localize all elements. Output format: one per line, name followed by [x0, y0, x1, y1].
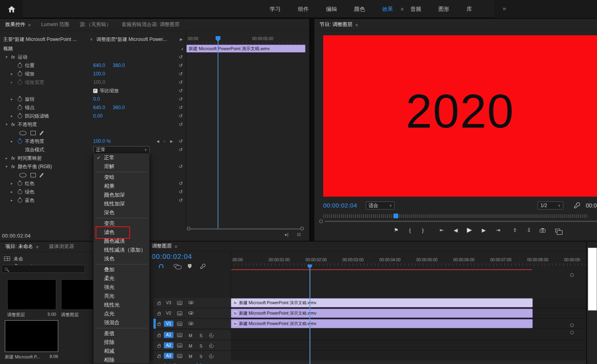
timeline-clip[interactable]: fx 新建 Microsoft PowerPoint 演示文稿.wmv: [231, 309, 533, 318]
blend-mode-option[interactable]: 排除: [94, 338, 149, 347]
blend-mode-option[interactable]: 滤色: [94, 228, 149, 237]
pen-mask-icon[interactable]: [39, 173, 43, 178]
project-search-input[interactable]: [10, 266, 82, 272]
track-name[interactable]: V3: [164, 300, 173, 306]
blend-mode-option[interactable]: 深色: [94, 208, 149, 217]
effect-label[interactable]: 时间重映射: [18, 154, 42, 163]
add-marker-button[interactable]: ⚑: [394, 227, 399, 233]
workspace-tab[interactable]: 编辑: [326, 6, 337, 13]
twirl-right-icon[interactable]: ▸: [11, 196, 13, 205]
ec-zoom-bar[interactable]: [187, 227, 304, 231]
timeline-timecode[interactable]: 00:00:02:04: [152, 253, 192, 261]
track-targeting-icon[interactable]: [177, 354, 182, 358]
workspace-tab[interactable]: 库: [467, 6, 472, 13]
panel-tab[interactable]: 媒体浏览器: [44, 242, 79, 252]
value[interactable]: 100.0 %: [93, 137, 111, 146]
lock-icon[interactable]: [157, 323, 161, 326]
reset-icon[interactable]: ↺: [179, 78, 183, 87]
project-search[interactable]: [2, 265, 85, 273]
blend-mode-option[interactable]: 亮光: [94, 292, 149, 301]
panel-tab[interactable]: 节目: 调整图层 ≡: [314, 19, 363, 31]
play-button[interactable]: ▶: [467, 226, 472, 234]
snap-magnet-icon[interactable]: [159, 264, 163, 268]
workspace-tab[interactable]: 音频: [410, 6, 421, 13]
reset-icon[interactable]: ↺: [179, 188, 183, 196]
scroll-up-icon[interactable]: ▲: [181, 45, 184, 53]
comparison-view-button[interactable]: [555, 229, 560, 232]
reset-icon[interactable]: ↺: [179, 70, 183, 78]
linked-selection-icon[interactable]: [173, 264, 179, 267]
fx-toggle-icon[interactable]: fx: [11, 154, 15, 163]
blend-mode-option[interactable]: 颜色加深: [94, 191, 149, 199]
reset-icon[interactable]: ↺: [179, 95, 183, 104]
stopwatch-icon[interactable]: [18, 198, 22, 203]
visibility-icon[interactable]: [188, 322, 194, 325]
go-to-out-button[interactable]: ⇥: [496, 227, 500, 233]
track-name[interactable]: V2: [164, 310, 173, 316]
twirl-down-icon[interactable]: ▾: [6, 120, 8, 129]
value[interactable]: 0.00: [93, 112, 102, 120]
stopwatch-icon[interactable]: [18, 106, 22, 110]
blend-mode-option[interactable]: 点光: [94, 309, 149, 318]
lift-button[interactable]: ⇧: [513, 227, 517, 233]
track-targeting-icon[interactable]: [177, 322, 182, 326]
rect-mask-icon[interactable]: [31, 131, 36, 135]
export-frame-button[interactable]: [540, 228, 546, 233]
home-button[interactable]: [0, 0, 23, 18]
panel-menu-icon[interactable]: ≡: [36, 244, 38, 249]
track-targeting-icon[interactable]: [177, 333, 182, 337]
ec-mini-ruler[interactable]: [186, 42, 309, 44]
clip-selector[interactable]: 主要*新建 Microsoft PowerPoint ...: [3, 35, 88, 43]
step-back-button[interactable]: ◀: [454, 227, 458, 233]
reset-icon[interactable]: ↺: [179, 196, 183, 205]
sequence-selector[interactable]: 调整图层*新建 Microsoft Power...: [96, 35, 177, 43]
fit-select[interactable]: 适合 ∨: [366, 201, 395, 209]
track-targeting-icon[interactable]: [177, 311, 182, 315]
twirl-right-icon[interactable]: ▸: [11, 70, 13, 78]
timeline-vscroll-handle[interactable]: [570, 331, 574, 334]
timeline-clip[interactable]: fx 新建 Microsoft PowerPoint 演示文稿.wmv: [231, 319, 533, 328]
workspace-tab[interactable]: 学习: [270, 6, 281, 13]
reset-icon[interactable]: ↺: [179, 53, 183, 61]
solo-button[interactable]: S: [200, 344, 202, 348]
zoom-bar-track[interactable]: [188, 228, 302, 230]
blend-mode-option[interactable]: 柔光: [94, 274, 149, 283]
blend-mode-option[interactable]: 溶解: [94, 162, 149, 171]
stopwatch-icon[interactable]: [18, 190, 22, 194]
mark-out-button[interactable]: }: [422, 227, 424, 233]
voiceover-mic-icon[interactable]: [210, 354, 212, 357]
track-name[interactable]: A1: [164, 332, 173, 338]
twirl-right-icon[interactable]: ▸: [11, 188, 13, 196]
overflow-chevron-icon[interactable]: »: [503, 5, 506, 12]
ec-timecode[interactable]: 00:00:02:04: [2, 233, 31, 239]
stopwatch-icon[interactable]: [18, 114, 22, 118]
tab-label[interactable]: 调整图层: [152, 243, 172, 250]
step-forward-button[interactable]: ▶: [482, 227, 486, 233]
blend-mode-option[interactable]: 浅色: [94, 254, 149, 263]
fx-toggle-icon[interactable]: fx: [11, 53, 15, 61]
timeline-vscroll-handle[interactable]: [570, 323, 574, 327]
effect-label[interactable]: 不透明度: [18, 120, 37, 129]
workspace-tab[interactable]: 图形: [438, 6, 449, 13]
next-keyframe-icon[interactable]: ▶: [170, 137, 173, 146]
reset-icon[interactable]: ↺: [179, 146, 183, 154]
timeline-ruler[interactable]: :00:00 00:00:01:00 00:00:02:00 00:00:03:…: [231, 258, 586, 263]
mute-button[interactable]: M: [189, 333, 192, 338]
fx-toggle-icon[interactable]: fx: [11, 120, 15, 129]
value-x[interactable]: 640.0: [93, 61, 105, 70]
stopwatch-icon[interactable]: [18, 181, 22, 186]
blend-mode-option[interactable]: 颜色减淡: [94, 237, 149, 246]
timeline-clip[interactable]: fx 新建 Microsoft PowerPoint 演示文稿.wmv: [231, 298, 533, 307]
add-marker-icon[interactable]: [188, 264, 192, 268]
timeline-vscroll-handle[interactable]: [570, 273, 574, 277]
effect-label[interactable]: 颜色平衡 (RGB): [18, 163, 52, 171]
workspace-tab[interactable]: 组件: [298, 6, 309, 13]
fx-toggle-icon[interactable]: fx: [11, 163, 15, 171]
workspace-menu-icon[interactable]: ≡: [401, 0, 403, 18]
value-x[interactable]: 640.0: [93, 104, 105, 112]
panel-tab[interactable]: Lumetri 范围: [36, 19, 74, 31]
reset-icon[interactable]: ↺: [179, 179, 183, 188]
mark-in-button[interactable]: {: [409, 227, 411, 233]
stopwatch-icon[interactable]: [18, 80, 22, 85]
voiceover-mic-icon[interactable]: [210, 333, 212, 336]
